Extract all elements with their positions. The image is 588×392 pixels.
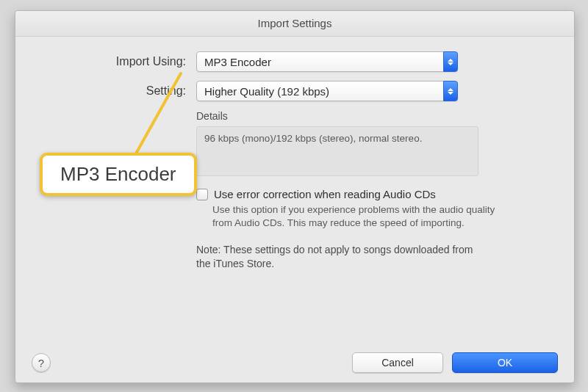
help-icon: ? bbox=[38, 357, 44, 369]
dialog-footer: ? Cancel OK bbox=[15, 352, 574, 373]
import-settings-window: Import Settings Import Using: MP3 Encode… bbox=[15, 10, 575, 383]
error-correction-label: Use error correction when reading Audio … bbox=[214, 188, 436, 200]
import-using-dropdown[interactable]: MP3 Encoder bbox=[196, 51, 458, 72]
annotation-callout: MP3 Encoder bbox=[40, 153, 197, 196]
help-button[interactable]: ? bbox=[32, 353, 51, 372]
setting-value: Higher Quality (192 kbps) bbox=[204, 85, 329, 98]
cancel-label: Cancel bbox=[381, 357, 414, 369]
error-correction-row: Use error correction when reading Audio … bbox=[196, 188, 505, 200]
annotation-callout-text: MP3 Encoder bbox=[60, 163, 176, 185]
cancel-button[interactable]: Cancel bbox=[352, 352, 443, 373]
setting-row: Setting: Higher Quality (192 kbps) bbox=[48, 81, 542, 101]
updown-arrows-icon bbox=[443, 81, 458, 101]
import-using-label: Import Using: bbox=[48, 55, 196, 68]
details-area: Details 96 kbps (mono)/192 kbps (stereo)… bbox=[196, 110, 478, 176]
setting-label: Setting: bbox=[48, 84, 196, 98]
details-text: 96 kbps (mono)/192 kbps (stereo), normal… bbox=[204, 133, 422, 144]
error-correction-description: Use this option if you experience proble… bbox=[212, 203, 505, 230]
details-title: Details bbox=[196, 110, 478, 122]
error-correction-checkbox[interactable] bbox=[196, 189, 208, 200]
setting-dropdown[interactable]: Higher Quality (192 kbps) bbox=[196, 81, 458, 101]
details-box: 96 kbps (mono)/192 kbps (stereo), normal… bbox=[196, 126, 478, 176]
ok-label: OK bbox=[498, 357, 512, 369]
error-correction-area: Use error correction when reading Audio … bbox=[196, 188, 505, 230]
window-title: Import Settings bbox=[15, 11, 574, 37]
import-using-value: MP3 Encoder bbox=[204, 56, 271, 68]
ok-button[interactable]: OK bbox=[452, 352, 558, 373]
window-body: Import Using: MP3 Encoder Setting: Highe… bbox=[15, 37, 574, 383]
itunes-store-note: Note: These settings do not apply to son… bbox=[196, 243, 476, 271]
updown-arrows-icon bbox=[443, 51, 458, 72]
import-using-row: Import Using: MP3 Encoder bbox=[48, 51, 542, 72]
